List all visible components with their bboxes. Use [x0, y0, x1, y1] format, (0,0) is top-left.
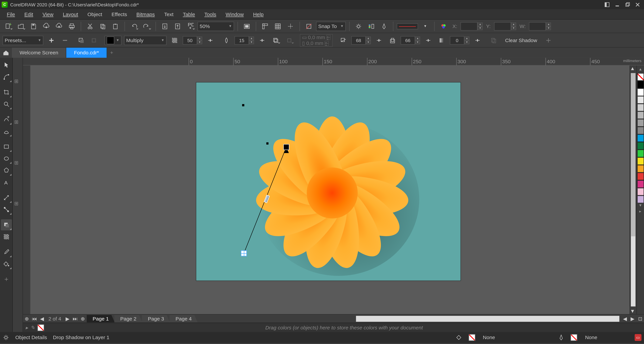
copy-button[interactable] [97, 21, 108, 32]
navigator-button[interactable]: ⊡ [637, 315, 644, 322]
palette-down-button[interactable]: ▼ [638, 203, 643, 209]
menu-tools[interactable]: Tools [200, 10, 220, 19]
page-tab-1[interactable]: Page 1 [87, 315, 115, 322]
quick-layout-icon[interactable] [602, 1, 612, 9]
redo-button[interactable] [141, 21, 152, 32]
shadow-start-handle[interactable] [284, 144, 289, 150]
menu-table[interactable]: Table [178, 10, 199, 19]
opacity-slider-button[interactable] [205, 35, 216, 46]
vertical-scrollbar[interactable]: ▲ ▼ [630, 66, 636, 314]
status-alert-icon[interactable]: ▭ [634, 334, 642, 341]
coord-y-field[interactable]: ▲▼ [494, 22, 516, 30]
canvas[interactable] [30, 66, 630, 314]
tab-document[interactable]: Fondo.cdr* [66, 48, 107, 58]
horizontal-ruler[interactable]: 0 50 100 150 200 250 300 350 400 450 mil… [23, 58, 644, 66]
doc-palette-eyedropper-icon[interactable]: ✎ [30, 324, 35, 330]
doc-palette-menu-button[interactable]: ▸ [26, 324, 28, 330]
prev-page-button[interactable]: ◀ [39, 315, 46, 322]
show-rulers-button[interactable] [260, 21, 271, 32]
zoom-level-select[interactable]: 50%▼ [198, 22, 234, 31]
shadow-opacity-field[interactable]: ▲▼ [183, 36, 202, 45]
add-page-after-button[interactable]: ⊕ [80, 315, 86, 322]
palette-swatch[interactable] [637, 96, 644, 104]
dimension-tool[interactable] [1, 192, 12, 203]
palette-swatch[interactable] [637, 104, 644, 111]
object-details-label[interactable]: Object Details [15, 334, 47, 340]
next-page-button[interactable]: ▶ [64, 315, 71, 322]
palette-flyout-button[interactable]: ▸ [638, 209, 643, 215]
vscroll-thumb[interactable] [631, 73, 636, 236]
color-styles-icon[interactable] [438, 21, 449, 32]
last-page-button[interactable]: ⏭ [72, 315, 79, 322]
shadow-fade-field[interactable]: ▲▼ [450, 36, 470, 45]
toolbox-customize-button[interactable] [1, 274, 12, 285]
hscroll-right-button[interactable]: ▶ [629, 315, 636, 322]
outer-shadow-button[interactable] [76, 35, 87, 46]
connector-tool[interactable] [1, 204, 12, 215]
open-button[interactable] [15, 21, 26, 32]
menu-file[interactable]: File [2, 10, 19, 19]
shadow-presets-select[interactable]: Presets...▼ [2, 36, 43, 45]
palette-swatch[interactable] [637, 134, 644, 142]
feather-field[interactable]: ▲▼ [234, 36, 254, 45]
palette-swatch[interactable] [637, 142, 644, 150]
new-doc-button[interactable]: + [2, 21, 14, 32]
preset-add-button[interactable] [46, 35, 57, 46]
scroll-down-button[interactable]: ▼ [630, 308, 636, 314]
show-grid-button[interactable] [272, 21, 284, 32]
restore-button[interactable] [623, 1, 632, 9]
first-page-button[interactable]: ⏮ [31, 315, 38, 322]
shadow-angle-field[interactable]: ▲▼ [351, 36, 371, 45]
menu-help[interactable]: Help [249, 10, 268, 19]
pen-settings-icon[interactable] [378, 21, 390, 32]
rail-handle-1[interactable]: ⊞ [14, 78, 21, 85]
shadow-color-select[interactable]: ▼ [104, 36, 122, 45]
undo-button[interactable] [128, 21, 139, 32]
print-button[interactable] [66, 21, 77, 32]
menu-object[interactable]: Object [83, 10, 106, 19]
import-button[interactable] [159, 21, 170, 32]
fade-slider-button[interactable] [472, 35, 483, 46]
add-page-button[interactable]: ⊕ [23, 315, 30, 322]
palette-swatch[interactable] [637, 150, 644, 157]
shadow-offset-group[interactable]: ▭0,0 mm▲▼ ▯0,0 mm▲▼ [300, 34, 332, 47]
cloud-down-button[interactable] [41, 21, 52, 32]
zoom-tool[interactable] [1, 99, 12, 110]
tab-welcome-screen[interactable]: Welcome Screen [12, 48, 66, 58]
outline-style-preview[interactable] [397, 23, 418, 29]
launch-button[interactable] [366, 21, 377, 32]
shadow-end-handle[interactable] [241, 250, 247, 256]
palette-swatch[interactable] [637, 180, 644, 188]
palette-swatch[interactable] [637, 195, 644, 203]
pick-tool[interactable] [1, 60, 12, 71]
export-button[interactable] [172, 21, 183, 32]
palette-swatch[interactable] [637, 119, 644, 127]
rectangle-tool[interactable] [1, 141, 12, 152]
inner-shadow-button[interactable] [88, 35, 100, 46]
menu-effects[interactable]: Effects [107, 10, 131, 19]
snap-to-select[interactable]: Snap To▼ [316, 22, 346, 31]
palette-swatch[interactable] [637, 165, 644, 173]
crop-tool[interactable] [1, 87, 12, 98]
palette-swatch[interactable] [637, 81, 644, 88]
full-screen-preview-button[interactable] [241, 21, 252, 32]
coord-w-field[interactable]: ▲▼ [529, 22, 551, 30]
document-palette[interactable]: ▸ ✎ Drag colors (or objects) here to sto… [23, 323, 644, 332]
add-preset-plus-button[interactable] [543, 35, 554, 46]
rail-handle-2[interactable]: ⊞ [14, 119, 21, 126]
freehand-tool[interactable]: + [1, 114, 12, 125]
feather-direction-button[interactable] [270, 35, 281, 46]
paste-button[interactable] [110, 21, 121, 32]
palette-up-button[interactable]: ▲ [638, 67, 643, 73]
stretch-slider-button[interactable] [422, 35, 434, 46]
coord-x-field[interactable]: ▲▼ [461, 22, 483, 30]
menu-bitmaps[interactable]: Bitmaps [132, 10, 159, 19]
palette-swatch[interactable] [637, 173, 644, 180]
selection-handle[interactable] [242, 104, 244, 106]
text-tool[interactable]: A [1, 177, 12, 188]
horizontal-scrollbar[interactable] [356, 316, 619, 321]
publish-pdf-button[interactable]: PDF [185, 21, 196, 32]
eyedropper-tool[interactable] [1, 246, 12, 258]
palette-swatch[interactable] [637, 127, 644, 134]
doc-palette-none-swatch[interactable] [38, 324, 44, 331]
